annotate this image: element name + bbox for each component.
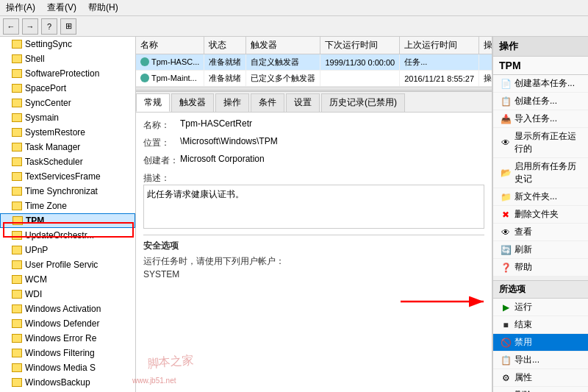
menu-help[interactable]: 帮助(H) — [85, 1, 121, 15]
tab-content: 名称： Tpm-HASCertRetr 位置： \Microsoft\Windo… — [136, 113, 492, 392]
action-end[interactable]: ■ 结束 — [493, 316, 588, 334]
task-status: 准备就绪 — [204, 54, 246, 71]
sidebar-item-wdi[interactable]: WDI — [0, 287, 135, 302]
sidebar-item-timezone[interactable]: Time Zone — [0, 199, 135, 213]
menu-view[interactable]: 查看(V) — [44, 1, 79, 15]
grid-button[interactable]: ⊞ — [60, 18, 76, 35]
run-user: SYSTEM — [143, 269, 484, 279]
sidebar-item-wcm[interactable]: WCM — [0, 272, 135, 287]
col-trigger: 触发器 — [246, 37, 320, 54]
tab-history[interactable]: 历史记录(已禁用) — [321, 93, 405, 112]
tab-panel: 常规 触发器 操作 条件 设置 历史记录(已禁用) 名称： Tpm-HASCer… — [136, 91, 492, 392]
action-run[interactable]: ▶ 运行 — [493, 299, 588, 316]
sidebar-item-taskmanager[interactable]: Task Manager — [0, 140, 135, 154]
sidebar-item-userprofile[interactable]: User Profile Servic — [0, 257, 135, 272]
sidebar-item-spaceport[interactable]: SpacePort — [0, 81, 135, 96]
task-trigger: 自定义触发器 — [246, 54, 320, 71]
action-new-folder[interactable]: 📁 新文件夹... — [493, 188, 588, 206]
sidebar-item-softwareprotection[interactable]: SoftwareProtection — [0, 66, 135, 81]
sidebar-item-tpm[interactable]: TPM — [0, 213, 135, 228]
run-icon: ▶ — [501, 302, 511, 313]
action-create-task[interactable]: 📋 创建任务... — [493, 93, 588, 110]
show-running-icon: 👁 — [501, 138, 511, 148]
action-delete-folder[interactable]: ✖ 删除文件夹 — [493, 206, 588, 224]
folder-icon — [12, 275, 22, 284]
tab-triggers[interactable]: 触发器 — [171, 93, 214, 112]
action-disable[interactable]: 🚫 禁用 — [493, 334, 588, 352]
sidebar-item-systemrestore[interactable]: SystemRestore — [0, 125, 135, 140]
view-icon: 👁 — [501, 227, 511, 238]
sidebar-item-taskscheduler[interactable]: TaskScheduler — [0, 154, 135, 169]
sidebar-item-upnp[interactable]: UPnP — [0, 243, 135, 257]
tabs-header: 常规 触发器 操作 条件 设置 历史记录(已禁用) — [136, 92, 492, 113]
disable-icon: 🚫 — [501, 338, 511, 348]
folder-icon — [12, 260, 22, 269]
action-enable-history[interactable]: 📂 启用所有任务历史记 — [493, 158, 588, 188]
action-delete[interactable]: ✖ 删除 — [493, 387, 588, 392]
folder-icon — [12, 69, 22, 78]
help-button[interactable]: ? — [41, 18, 57, 35]
tab-actions[interactable]: 操作 — [215, 93, 249, 112]
desc-label: 描述： — [143, 171, 180, 185]
task-lastrun: 2016/11/21 8:55:27 — [400, 71, 479, 87]
sidebar-item-windowsdefender[interactable]: Windows Defender — [0, 316, 135, 331]
task-nextrun: 1999/11/30 0:00:00 — [320, 54, 400, 71]
folder-icon — [12, 84, 22, 93]
tab-general[interactable]: 常规 — [136, 93, 170, 112]
menu-action[interactable]: 操作(A) — [3, 1, 38, 15]
task-lastrun: 任务... — [400, 54, 479, 71]
folder-icon — [12, 128, 22, 137]
sidebar-item-windowsfiltering[interactable]: Windows Filtering — [0, 346, 135, 360]
action-properties[interactable]: ⚙ 属性 — [493, 369, 588, 387]
action-help[interactable]: ❓ 帮助 — [493, 259, 588, 277]
sidebar-item-windowsactivation[interactable]: Windows Activation — [0, 302, 135, 316]
action-show-running[interactable]: 👁 显示所有正在运行的 — [493, 128, 588, 158]
enable-history-icon: 📂 — [501, 168, 511, 178]
action-refresh[interactable]: 🔄 刷新 — [493, 241, 588, 259]
action-import[interactable]: 📥 导入任务... — [493, 110, 588, 128]
table-row[interactable]: Tpm-Maint... 准备就绪 已定义多个触发器 2016/11/21 8:… — [136, 71, 492, 87]
folder-icon — [12, 290, 22, 299]
scroll-bar[interactable] — [136, 87, 492, 91]
action-panel: 操作 TPM 📄 创建基本任务... 📋 创建任务... 📥 导入任务... 👁… — [492, 37, 588, 392]
task-status: 准备就绪 — [204, 71, 246, 87]
table-row[interactable]: Tpm-HASC... 准备就绪 自定义触发器 1999/11/30 0:00:… — [136, 54, 492, 71]
folder-icon — [12, 216, 23, 225]
task-op — [479, 54, 492, 71]
sidebar-item-windowsbackup[interactable]: WindowsBackup — [0, 375, 135, 390]
export-icon: 📋 — [501, 355, 511, 366]
folder-icon — [12, 246, 22, 254]
sidebar-item-synccenter[interactable]: SyncCenter — [0, 96, 135, 110]
sidebar-item-shell[interactable]: Shell — [0, 51, 135, 66]
sidebar-item-settingsync[interactable]: SettingSync — [0, 37, 135, 51]
desc-value: 此任务请求健康认证书。 — [143, 185, 484, 229]
name-value: Tpm-HASCertRetr — [180, 118, 252, 129]
action-create-basic[interactable]: 📄 创建基本任务... — [493, 75, 588, 93]
sidebar-item-textservices[interactable]: TextServicesFrame — [0, 169, 135, 184]
folder-icon — [12, 304, 22, 313]
folder-icon — [12, 202, 22, 210]
folder-icon — [12, 99, 22, 107]
action-section-title: 操作 — [493, 37, 588, 57]
sidebar-item-windowserror[interactable]: Windows Error Re — [0, 331, 135, 346]
run-as-label: 运行任务时，请使用下列用户帐户： — [143, 255, 484, 268]
center-pane: 名称 状态 触发器 下次运行时间 上次运行时间 操作 Tpm-HASC... — [136, 37, 492, 392]
forward-button[interactable]: → — [22, 18, 38, 35]
tab-conditions[interactable]: 条件 — [251, 93, 284, 112]
back-button[interactable]: ← — [3, 18, 19, 35]
action-view[interactable]: 👁 查看 — [493, 224, 588, 241]
folder-icon — [12, 334, 22, 343]
folder-icon — [12, 54, 22, 63]
sidebar-item-updateorch[interactable]: UpdateOrchestr... — [0, 228, 135, 243]
sidebar-item-sysmain[interactable]: Sysmain — [0, 110, 135, 125]
sidebar-item-windowsmedia[interactable]: Windows Media S — [0, 360, 135, 375]
help-icon: ❓ — [501, 263, 511, 273]
toolbar: ← → ? ⊞ — [0, 16, 588, 37]
task-trigger: 已定义多个触发器 — [246, 71, 320, 87]
tab-settings[interactable]: 设置 — [286, 93, 320, 112]
sidebar-item-timesync[interactable]: Time Synchronizat — [0, 184, 135, 199]
location-label: 位置： — [143, 136, 180, 149]
menu-bar: 操作(A) 查看(V) 帮助(H) — [0, 0, 588, 16]
action-export[interactable]: 📋 导出... — [493, 352, 588, 369]
tpm-section-title: TPM — [493, 57, 588, 75]
